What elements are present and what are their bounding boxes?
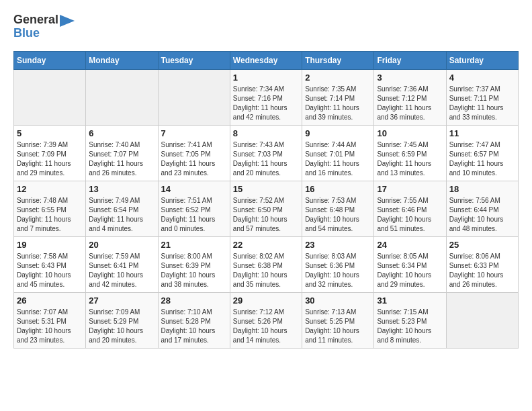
calendar-day: 27Sunrise: 7:09 AMSunset: 5:29 PMDayligh… bbox=[86, 292, 158, 348]
calendar-day: 16Sunrise: 7:53 AMSunset: 6:48 PMDayligh… bbox=[302, 181, 374, 236]
calendar-week-5: 26Sunrise: 7:07 AMSunset: 5:31 PMDayligh… bbox=[14, 292, 519, 348]
day-info: Sunrise: 8:06 AMSunset: 6:33 PMDaylight:… bbox=[449, 252, 515, 289]
day-info: Sunrise: 7:13 AMSunset: 5:25 PMDaylight:… bbox=[305, 308, 371, 345]
day-info: Sunrise: 7:36 AMSunset: 7:12 PMDaylight:… bbox=[377, 85, 443, 122]
calendar-day: 22Sunrise: 8:02 AMSunset: 6:38 PMDayligh… bbox=[230, 236, 302, 292]
day-number: 7 bbox=[161, 128, 227, 138]
calendar-day: 1Sunrise: 7:34 AMSunset: 7:16 PMDaylight… bbox=[230, 69, 302, 125]
calendar-day: 10Sunrise: 7:45 AMSunset: 6:59 PMDayligh… bbox=[374, 125, 446, 181]
day-number: 21 bbox=[161, 240, 227, 250]
day-info: Sunrise: 7:45 AMSunset: 6:59 PMDaylight:… bbox=[377, 140, 443, 178]
calendar-day: 19Sunrise: 7:58 AMSunset: 6:43 PMDayligh… bbox=[14, 236, 86, 292]
day-number: 15 bbox=[233, 184, 299, 194]
day-info: Sunrise: 7:58 AMSunset: 6:43 PMDaylight:… bbox=[17, 252, 83, 289]
day-number: 16 bbox=[305, 184, 371, 194]
day-number: 17 bbox=[377, 184, 443, 194]
calendar-day: 14Sunrise: 7:51 AMSunset: 6:52 PMDayligh… bbox=[158, 181, 230, 236]
logo-general: General bbox=[13, 13, 58, 26]
calendar-day: 13Sunrise: 7:49 AMSunset: 6:54 PMDayligh… bbox=[86, 181, 158, 236]
day-number: 6 bbox=[89, 128, 154, 138]
day-number: 30 bbox=[305, 295, 371, 306]
calendar-day: 9Sunrise: 7:44 AMSunset: 7:01 PMDaylight… bbox=[302, 125, 374, 181]
day-info: Sunrise: 8:03 AMSunset: 6:36 PMDaylight:… bbox=[305, 252, 371, 289]
calendar-day: 18Sunrise: 7:56 AMSunset: 6:44 PMDayligh… bbox=[446, 181, 518, 236]
day-number: 8 bbox=[233, 128, 299, 138]
day-info: Sunrise: 7:53 AMSunset: 6:48 PMDaylight:… bbox=[305, 196, 371, 234]
day-number: 24 bbox=[377, 240, 443, 250]
day-info: Sunrise: 7:56 AMSunset: 6:44 PMDaylight:… bbox=[449, 196, 515, 234]
calendar-day: 26Sunrise: 7:07 AMSunset: 5:31 PMDayligh… bbox=[14, 292, 86, 348]
day-info: Sunrise: 7:37 AMSunset: 7:11 PMDaylight:… bbox=[449, 85, 515, 122]
day-number: 29 bbox=[233, 295, 299, 306]
calendar-day: 31Sunrise: 7:15 AMSunset: 5:23 PMDayligh… bbox=[374, 292, 446, 348]
calendar-day: 24Sunrise: 8:05 AMSunset: 6:34 PMDayligh… bbox=[374, 236, 446, 292]
day-number: 12 bbox=[17, 184, 83, 194]
day-info: Sunrise: 7:49 AMSunset: 6:54 PMDaylight:… bbox=[89, 196, 154, 234]
day-number: 22 bbox=[233, 240, 299, 250]
header-sunday: Sunday bbox=[14, 51, 86, 69]
day-number: 2 bbox=[305, 73, 371, 83]
calendar-day: 23Sunrise: 8:03 AMSunset: 6:36 PMDayligh… bbox=[302, 236, 374, 292]
calendar-table: SundayMondayTuesdayWednesdayThursdayFrid… bbox=[13, 51, 519, 349]
calendar-day: 12Sunrise: 7:48 AMSunset: 6:55 PMDayligh… bbox=[14, 181, 86, 236]
calendar-week-1: 1Sunrise: 7:34 AMSunset: 7:16 PMDaylight… bbox=[14, 69, 519, 125]
logo-arrow-icon bbox=[60, 15, 75, 27]
day-info: Sunrise: 8:05 AMSunset: 6:34 PMDaylight:… bbox=[377, 252, 443, 289]
header-tuesday: Tuesday bbox=[158, 51, 230, 69]
calendar-header-row: SundayMondayTuesdayWednesdayThursdayFrid… bbox=[14, 51, 519, 69]
calendar-day: 2Sunrise: 7:35 AMSunset: 7:14 PMDaylight… bbox=[302, 69, 374, 125]
calendar-day: 21Sunrise: 8:00 AMSunset: 6:39 PMDayligh… bbox=[158, 236, 230, 292]
day-info: Sunrise: 7:15 AMSunset: 5:23 PMDaylight:… bbox=[377, 308, 443, 345]
day-number: 28 bbox=[161, 295, 227, 306]
page-header: General Blue bbox=[13, 13, 519, 40]
day-info: Sunrise: 7:48 AMSunset: 6:55 PMDaylight:… bbox=[17, 196, 83, 234]
day-info: Sunrise: 7:52 AMSunset: 6:50 PMDaylight:… bbox=[233, 196, 299, 234]
header-friday: Friday bbox=[374, 51, 446, 69]
calendar-day: 29Sunrise: 7:12 AMSunset: 5:26 PMDayligh… bbox=[230, 292, 302, 348]
day-info: Sunrise: 7:39 AMSunset: 7:09 PMDaylight:… bbox=[17, 140, 83, 178]
day-number: 13 bbox=[89, 184, 154, 194]
calendar-week-2: 5Sunrise: 7:39 AMSunset: 7:09 PMDaylight… bbox=[14, 125, 519, 181]
day-number: 23 bbox=[305, 240, 371, 250]
calendar-day bbox=[446, 292, 518, 348]
day-info: Sunrise: 7:10 AMSunset: 5:28 PMDaylight:… bbox=[161, 308, 227, 345]
logo-blue: Blue bbox=[13, 26, 40, 40]
day-number: 26 bbox=[17, 295, 83, 306]
day-info: Sunrise: 7:43 AMSunset: 7:03 PMDaylight:… bbox=[233, 140, 299, 178]
day-number: 25 bbox=[449, 240, 515, 250]
calendar-day bbox=[158, 69, 230, 125]
day-info: Sunrise: 7:35 AMSunset: 7:14 PMDaylight:… bbox=[305, 85, 371, 122]
calendar-day bbox=[14, 69, 86, 125]
calendar-day: 6Sunrise: 7:40 AMSunset: 7:07 PMDaylight… bbox=[86, 125, 158, 181]
day-number: 27 bbox=[89, 295, 154, 306]
day-info: Sunrise: 7:47 AMSunset: 6:57 PMDaylight:… bbox=[449, 140, 515, 178]
day-info: Sunrise: 7:07 AMSunset: 5:31 PMDaylight:… bbox=[17, 308, 83, 345]
day-number: 9 bbox=[305, 128, 371, 138]
day-info: Sunrise: 8:00 AMSunset: 6:39 PMDaylight:… bbox=[161, 252, 227, 289]
day-number: 10 bbox=[377, 128, 443, 138]
calendar-day: 25Sunrise: 8:06 AMSunset: 6:33 PMDayligh… bbox=[446, 236, 518, 292]
calendar-day: 11Sunrise: 7:47 AMSunset: 6:57 PMDayligh… bbox=[446, 125, 518, 181]
day-number: 19 bbox=[17, 240, 83, 250]
header-saturday: Saturday bbox=[446, 51, 518, 69]
day-info: Sunrise: 7:09 AMSunset: 5:29 PMDaylight:… bbox=[89, 308, 154, 345]
calendar-day: 5Sunrise: 7:39 AMSunset: 7:09 PMDaylight… bbox=[14, 125, 86, 181]
day-info: Sunrise: 7:51 AMSunset: 6:52 PMDaylight:… bbox=[161, 196, 227, 234]
day-info: Sunrise: 7:44 AMSunset: 7:01 PMDaylight:… bbox=[305, 140, 371, 178]
header-wednesday: Wednesday bbox=[230, 51, 302, 69]
calendar-week-3: 12Sunrise: 7:48 AMSunset: 6:55 PMDayligh… bbox=[14, 181, 519, 236]
calendar-day: 17Sunrise: 7:55 AMSunset: 6:46 PMDayligh… bbox=[374, 181, 446, 236]
day-info: Sunrise: 7:12 AMSunset: 5:26 PMDaylight:… bbox=[233, 308, 299, 345]
day-number: 4 bbox=[449, 73, 515, 83]
calendar-day: 4Sunrise: 7:37 AMSunset: 7:11 PMDaylight… bbox=[446, 69, 518, 125]
day-number: 20 bbox=[89, 240, 154, 250]
calendar-day: 20Sunrise: 7:59 AMSunset: 6:41 PMDayligh… bbox=[86, 236, 158, 292]
header-thursday: Thursday bbox=[302, 51, 374, 69]
day-number: 18 bbox=[449, 184, 515, 194]
day-number: 31 bbox=[377, 295, 443, 306]
calendar-week-4: 19Sunrise: 7:58 AMSunset: 6:43 PMDayligh… bbox=[14, 236, 519, 292]
calendar-day bbox=[86, 69, 158, 125]
day-info: Sunrise: 7:59 AMSunset: 6:41 PMDaylight:… bbox=[89, 252, 154, 289]
calendar-day: 3Sunrise: 7:36 AMSunset: 7:12 PMDaylight… bbox=[374, 69, 446, 125]
day-info: Sunrise: 7:41 AMSunset: 7:05 PMDaylight:… bbox=[161, 140, 227, 178]
